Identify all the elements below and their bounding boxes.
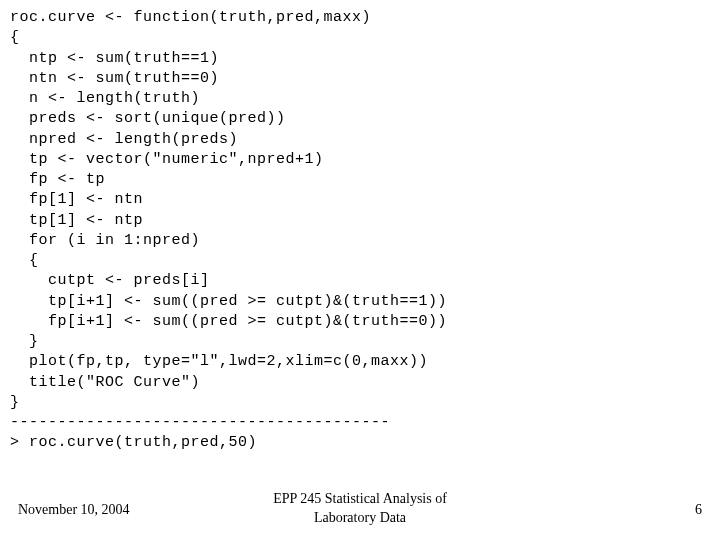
code-line: }: [10, 333, 39, 350]
code-line: ntp <- sum(truth==1): [10, 50, 219, 67]
footer-title: EPP 245 Statistical Analysis of Laborato…: [0, 490, 720, 528]
code-line: preds <- sort(unique(pred)): [10, 110, 286, 127]
code-line: fp[1] <- ntn: [10, 191, 143, 208]
code-block: roc.curve <- function(truth,pred,maxx) {…: [0, 0, 720, 454]
footer-page-number: 6: [695, 501, 702, 520]
code-line: }: [10, 394, 20, 411]
code-line: {: [10, 252, 39, 269]
code-line: ntn <- sum(truth==0): [10, 70, 219, 87]
code-line: roc.curve <- function(truth,pred,maxx): [10, 9, 371, 26]
footer-title-line1: EPP 245 Statistical Analysis of: [273, 491, 447, 506]
code-line: tp <- vector("numeric",npred+1): [10, 151, 324, 168]
code-line: {: [10, 29, 20, 46]
code-line: tp[i+1] <- sum((pred >= cutpt)&(truth==1…: [10, 293, 447, 310]
code-line: for (i in 1:npred): [10, 232, 200, 249]
code-line: fp[i+1] <- sum((pred >= cutpt)&(truth==0…: [10, 313, 447, 330]
code-line: plot(fp,tp, type="l",lwd=2,xlim=c(0,maxx…: [10, 353, 428, 370]
code-line: npred <- length(preds): [10, 131, 238, 148]
code-line: n <- length(truth): [10, 90, 200, 107]
code-line: cutpt <- preds[i]: [10, 272, 210, 289]
code-line: > roc.curve(truth,pred,50): [10, 434, 257, 451]
code-line: ----------------------------------------: [10, 414, 390, 431]
code-line: fp <- tp: [10, 171, 105, 188]
code-line: title("ROC Curve"): [10, 374, 200, 391]
code-line: tp[1] <- ntp: [10, 212, 143, 229]
footer-title-line2: Laboratory Data: [314, 510, 406, 525]
